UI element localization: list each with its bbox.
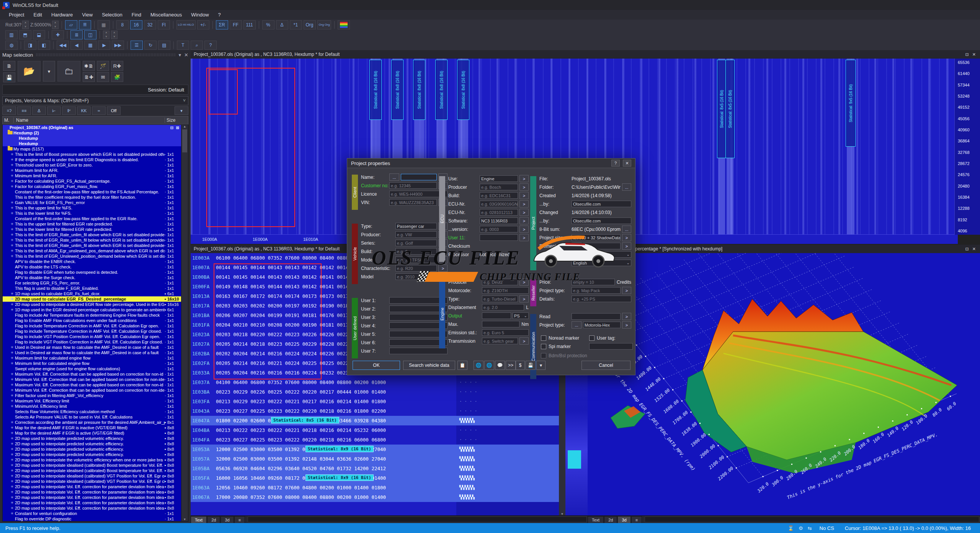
tree-row[interactable]: Selects Air Pressure VALUE to be used in… — [3, 414, 181, 420]
menu-?[interactable]: ? — [214, 11, 225, 19]
copy-window-icon[interactable]: ◨ — [24, 41, 36, 50]
tree-row[interactable]: ✳2D map used to calculate EGR_FS_Desired… — [3, 296, 181, 302]
field-input[interactable]: e.g. 12345 — [389, 182, 437, 189]
tree-row[interactable]: ✳1D map used to calculate EGR_Fs_fuel_dc… — [3, 291, 181, 296]
tree-row[interactable]: ✳Map for the desired AMF if EGR is activ… — [3, 430, 181, 436]
field-input[interactable]: e.g. Z19DTH — [482, 287, 529, 294]
hex-row[interactable]: 1E04BA00213 00222 00223 00222 00221 0021… — [191, 425, 456, 435]
globe-upload-icon[interactable]: 🌐 — [484, 361, 494, 370]
tree-row[interactable]: ✳2D map used to interpolate Vol. Eff. co… — [3, 500, 181, 505]
tree-row[interactable]: ✳This is the limit of EGR_Rate_unlim_fil… — [3, 232, 181, 237]
tree-row[interactable]: ✳2D map used to interpolate Vol. Eff. co… — [3, 495, 181, 500]
tree-row[interactable]: ✳2D map used to interpolate Vol. Eff. co… — [3, 505, 181, 511]
more-actions-button[interactable]: >> — [506, 361, 516, 370]
car-read-icon[interactable]: ⬒ — [19, 30, 31, 39]
import-map-icon[interactable]: ▥ — [5, 30, 18, 39]
tree-row[interactable]: Swept volume engine (used for engine flo… — [3, 366, 181, 371]
tree-row[interactable]: ✳Factor for calculating EGR_FS_Actual_pe… — [3, 178, 181, 184]
ff-hex-button[interactable]: FF — [230, 20, 242, 29]
tree-row[interactable]: ✳This is the upper limit for %FS.· 1x1 — [3, 205, 181, 211]
tab-2d[interactable]: 2d — [207, 516, 220, 523]
comment-icon[interactable]: 💬 — [495, 361, 505, 370]
statistical-map-label[interactable]: Statistical: 8x5 (16 Bit) — [271, 417, 339, 423]
tree-row[interactable]: Flag to include Air Temperature faults i… — [3, 312, 181, 318]
open-folder-icon[interactable]: 📂 — [18, 61, 41, 82]
zoom-stepper-spin[interactable]: ˄˅ — [52, 21, 59, 29]
help-icon[interactable]: ? — [611, 160, 620, 167]
more-button[interactable]: > — [622, 313, 631, 320]
tree-row[interactable]: For selecting EGR_FS_Perc_error.· 1x1 — [3, 280, 181, 286]
session-bar[interactable]: Session: Default — [2, 85, 188, 95]
more-button[interactable]: > — [622, 287, 631, 294]
hex-row[interactable]: 1E067A17000 20080 07352 07600 08000 0840… — [191, 492, 456, 502]
tree-row[interactable]: ✳Threshold used to set EGR_Error to zero… — [3, 162, 181, 168]
tree-row[interactable]: Flag to disable EGR when turbo overspeed… — [3, 270, 181, 275]
more-button[interactable]: > — [519, 200, 529, 208]
nav-grid-icon[interactable]: ▦ — [84, 41, 96, 50]
panel-close-icon[interactable]: ✕ — [184, 52, 188, 58]
col-size[interactable]: Size — [165, 118, 188, 123]
menu-selection[interactable]: Selection — [98, 11, 126, 19]
hex-row[interactable]: 1E05BA05636 06920 04604 02296 03640 0452… — [191, 464, 456, 473]
statistical-map-label[interactable]: Statistical: 9x5 (16 Bit) — [846, 60, 856, 147]
field-input[interactable]: e.g. 2.0 TFSI — [395, 257, 437, 263]
tree-row[interactable]: ✳Minimum limit for calculated engine flo… — [3, 361, 181, 366]
scroll-down-icon[interactable]: ▼ — [183, 518, 186, 521]
save-icon[interactable]: 💾 — [3, 72, 15, 82]
dialog-titlebar[interactable]: Project properties ? ✕ — [347, 159, 635, 168]
close-icon[interactable]: ✕ — [972, 247, 977, 251]
filter-icon-0[interactable]: =ʔ — [2, 106, 16, 115]
filter-icon-1[interactable]: ≡≡ — [17, 106, 31, 115]
field-select[interactable]: in development — [572, 251, 631, 258]
import-file-icon[interactable]: 🗀 — [57, 61, 80, 82]
tab-menu-icon[interactable]: ≡ — [234, 516, 245, 523]
rotation-stepper-spin[interactable]: ˄˅ — [22, 21, 29, 29]
filter-icon-4[interactable]: ‖ᵛ — [62, 106, 76, 115]
tree-row[interactable]: ✳Correction according the ambient air pr… — [3, 420, 181, 425]
noread-marker-checkbox[interactable]: Noread marker — [541, 335, 579, 341]
tree-row[interactable]: Hexdump (2) — [3, 130, 181, 136]
filter-icon-3[interactable]: i⌐ — [47, 106, 61, 115]
tree-row[interactable]: ✳Minimum limit for AFR.· 1x1 — [3, 173, 181, 178]
field-input[interactable]: e.g. Golf — [395, 240, 437, 246]
menu-find[interactable]: Find — [127, 11, 145, 19]
window-split-icon[interactable]: ◫ — [84, 30, 96, 39]
tree-row[interactable]: ✳Gain VALUE for EGR_FS_Perc_error· 1x1 — [3, 200, 181, 205]
checkbox-icon[interactable] — [589, 335, 595, 341]
field-input[interactable]: NC3 1136R03 — [480, 217, 518, 224]
tree-row[interactable]: ✳If the engine speed is under this limit… — [3, 157, 181, 162]
field-input[interactable]: e.g. 6 — [395, 248, 437, 255]
field-input[interactable]: e.g. 2010 — [395, 273, 437, 280]
original-compare-button[interactable]: Org Org — [317, 20, 332, 29]
menu-hardware[interactable]: Hardware — [47, 11, 77, 19]
tree-row[interactable]: This flag is used to disable F_EGR_Enabl… — [3, 286, 181, 291]
tree-row[interactable]: ✳Factor for calculating EGR_Fuel_mass_fl… — [3, 184, 181, 189]
tree-row[interactable]: APV to disable the LTS check.· 1x1 — [3, 264, 181, 270]
list-sync-icon[interactable]: ≣ — [70, 30, 83, 39]
tree-row[interactable]: ✳This is the limit of EGR_Rate_unlim_fil… — [3, 237, 181, 243]
tree-row[interactable]: Constant of the first-order low-pass fil… — [3, 189, 181, 195]
tree-row[interactable]: Flag to include Temperature Correction i… — [3, 323, 181, 329]
signed-button[interactable]: +/- — [197, 20, 209, 29]
tree-row[interactable]: APV to disable the Surge check.· 1x1 — [3, 275, 181, 280]
data-width-32[interactable]: 32 — [144, 20, 156, 29]
price-button[interactable]: $ — [516, 361, 525, 370]
maximize-icon[interactable]: ⊡ — [965, 52, 970, 57]
more-button[interactable]: > — [622, 321, 631, 329]
data-width-16[interactable]: 16 — [130, 20, 142, 29]
field-input[interactable]: e.g. Switch gear — [482, 338, 518, 344]
tree-row[interactable]: ✳2D map used to interpolate Vol. Eff. co… — [3, 489, 181, 495]
menu-edit[interactable]: Edit — [29, 11, 46, 19]
globe-sync-icon[interactable]: 🌐 — [474, 361, 483, 370]
statistical-map-label[interactable]: Statistical: 8x8 (16 Bit) — [457, 60, 469, 120]
field-input[interactable] — [401, 174, 437, 180]
field-input[interactable]: e.g. 0281012113 — [480, 209, 518, 216]
tree-row[interactable]: Hexdump — [3, 136, 181, 141]
tab-2d[interactable]: 2d — [604, 516, 617, 523]
status-checksum[interactable]: No CS — [814, 525, 840, 531]
mail-icon[interactable]: ✉ — [97, 72, 109, 82]
compare-windows-icon[interactable]: ◧ — [38, 41, 50, 50]
open-folder-dropdown-icon[interactable]: ▾ — [43, 61, 55, 82]
tree-row[interactable]: ✳Maximum Vol. Eff. Correction that can b… — [3, 371, 181, 377]
filter-off[interactable]: Off — [107, 106, 121, 115]
